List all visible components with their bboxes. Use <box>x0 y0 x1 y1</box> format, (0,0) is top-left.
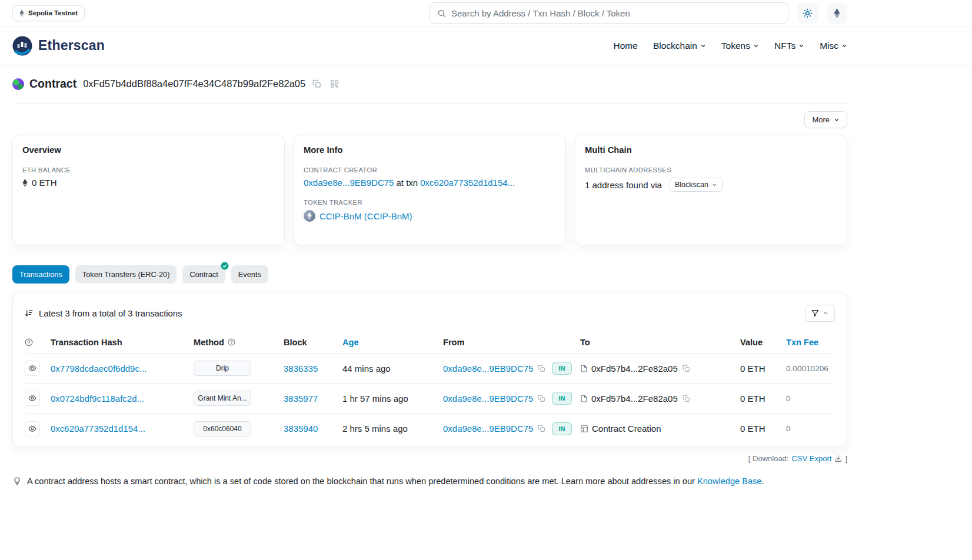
block-link[interactable]: 3836335 <box>284 364 318 374</box>
nav-label: Misc <box>820 41 838 51</box>
theme-toggle-button[interactable] <box>797 3 818 24</box>
csv-export-link[interactable]: CSV Export <box>791 454 842 463</box>
age-text: 1 hr 57 mins ago <box>342 394 408 404</box>
fee-text: 0.00010206 <box>786 364 828 373</box>
main-nav: Home Blockchain Tokens NFTs Misc <box>614 41 847 51</box>
preview-txn-button[interactable] <box>25 391 40 406</box>
nav-label: Home <box>614 41 638 51</box>
nav-label: Blockchain <box>653 41 697 51</box>
copy-from-button[interactable] <box>537 364 547 374</box>
direction-badge: IN <box>552 392 572 405</box>
creator-address-link[interactable]: 0xda9e8e...9EB9DC75 <box>304 178 394 188</box>
value-text: 0 ETH <box>740 424 765 434</box>
contract-address: 0xFd57b4ddBf88a4e07fF4e34C487b99af2Fe82a… <box>83 78 305 89</box>
ethereum-network-button[interactable] <box>827 3 847 24</box>
qr-code-button[interactable] <box>328 78 341 90</box>
chevron-down-icon <box>834 117 840 123</box>
creator-connector: at txn <box>396 178 418 188</box>
copy-icon <box>538 425 545 432</box>
from-address-link[interactable]: 0xda9e8e...9EB9DC75 <box>443 364 533 374</box>
to-address: Contract Creation <box>592 424 661 434</box>
chevron-down-icon <box>798 43 804 49</box>
nav-item-nfts[interactable]: NFTs <box>774 41 804 51</box>
eth-balance-value: 0 ETH <box>32 178 57 188</box>
token-tracker-label: TOKEN TRACKER <box>304 199 556 206</box>
table-row: 0xc620a77352d1d154... 0x60c06040 3835940… <box>25 414 835 444</box>
nav-item-misc[interactable]: Misc <box>820 41 847 51</box>
transactions-card: Latest 3 from a total of 3 transactions … <box>12 292 847 446</box>
knowledge-base-link[interactable]: Knowledge Base <box>697 476 762 486</box>
help-icon[interactable] <box>25 338 33 346</box>
filter-button[interactable] <box>805 305 835 322</box>
overview-card-title: Overview <box>22 145 275 155</box>
chevron-down-icon <box>753 43 759 49</box>
eth-balance-label: ETH BALANCE <box>22 166 275 174</box>
contract-creation-icon <box>580 425 588 433</box>
eye-icon <box>28 364 36 372</box>
block-link[interactable]: 3835940 <box>284 424 318 434</box>
column-age[interactable]: Age <box>342 338 359 347</box>
from-address-link[interactable]: 0xda9e8e...9EB9DC75 <box>443 394 533 404</box>
column-block: Block <box>284 338 307 347</box>
creator-txn-link[interactable]: 0xc620a77352d1d154... <box>420 178 515 188</box>
search-input[interactable] <box>451 8 781 18</box>
direction-badge: IN <box>552 422 572 435</box>
preview-txn-button[interactable] <box>25 361 40 376</box>
tab-transactions[interactable]: Transactions <box>12 265 69 284</box>
page-title: Contract 0xFd57b4ddBf88a4e07fF4e34C487b9… <box>12 65 847 104</box>
table-row: 0x7798dcdaec0f6dd9c... Drip 3836335 44 m… <box>25 354 835 384</box>
etherscan-logo-icon <box>12 36 32 56</box>
nav-item-home[interactable]: Home <box>614 41 638 51</box>
column-fee[interactable]: Txn Fee <box>786 338 818 347</box>
transactions-table: Transaction Hash Method Block Age From T… <box>13 331 847 444</box>
chevron-down-icon <box>712 182 717 188</box>
txn-hash-link[interactable]: 0x0724bdf9c118afc2d... <box>51 394 144 404</box>
copy-to-button[interactable] <box>681 394 691 404</box>
more-row: More <box>12 104 847 135</box>
footer-note-text: A contract address hosts a smart contrac… <box>27 476 695 486</box>
download-open: [ Download: <box>748 454 789 463</box>
brand-logo[interactable]: Etherscan <box>12 36 105 56</box>
csv-export-label: CSV Export <box>791 454 831 463</box>
more-button-label: More <box>812 115 830 124</box>
direction-badge: IN <box>552 362 572 375</box>
column-method: Method <box>194 338 224 347</box>
network-badge[interactable]: Sepolia Testnet <box>12 5 85 21</box>
txn-hash-link[interactable]: 0xc620a77352d1d154... <box>51 424 145 434</box>
copy-address-button[interactable] <box>311 78 323 90</box>
search-box <box>430 2 788 24</box>
brand-name: Etherscan <box>38 38 105 54</box>
token-tracker-link[interactable]: CCIP-BnM (CCIP-BnM) <box>319 211 412 221</box>
tab-contract-label: Contract <box>189 270 218 279</box>
copy-icon <box>538 395 545 402</box>
document-icon <box>580 394 588 403</box>
tab-events[interactable]: Events <box>231 265 268 284</box>
from-address-link[interactable]: 0xda9e8e...9EB9DC75 <box>443 424 533 434</box>
tabs: Transactions Token Transfers (ERC-20) Co… <box>12 265 847 284</box>
multichain-addresses-label: MULTICHAIN ADDRESSES <box>585 166 837 174</box>
to-address: 0xFd57b4...2Fe82a05 <box>591 364 678 374</box>
more-info-card-title: More Info <box>304 145 556 155</box>
copy-to-button[interactable] <box>681 364 691 374</box>
method-badge: Grant Mint An... <box>194 391 251 406</box>
txn-hash-link[interactable]: 0x7798dcdaec0f6dd9c... <box>51 364 147 374</box>
blockscan-dropdown[interactable]: Blockscan <box>670 178 723 192</box>
token-icon <box>304 210 315 222</box>
tab-contract[interactable]: Contract <box>182 265 225 284</box>
copy-icon <box>312 79 321 88</box>
copy-from-button[interactable] <box>537 394 547 404</box>
help-icon[interactable] <box>228 338 235 346</box>
value-text: 0 ETH <box>740 364 765 374</box>
nav-item-tokens[interactable]: Tokens <box>721 41 759 51</box>
method-badge: 0x60c06040 <box>194 421 251 436</box>
copy-from-button[interactable] <box>537 424 547 434</box>
tab-token-transfers[interactable]: Token Transfers (ERC-20) <box>75 265 177 284</box>
column-to: To <box>580 338 590 347</box>
nav-item-blockchain[interactable]: Blockchain <box>653 41 706 51</box>
more-button[interactable]: More <box>804 111 847 128</box>
block-link[interactable]: 3835977 <box>284 394 318 404</box>
multichain-card-title: Multi Chain <box>585 145 837 155</box>
copy-icon <box>683 395 690 402</box>
preview-txn-button[interactable] <box>25 421 40 436</box>
fee-text: 0 <box>786 394 791 403</box>
